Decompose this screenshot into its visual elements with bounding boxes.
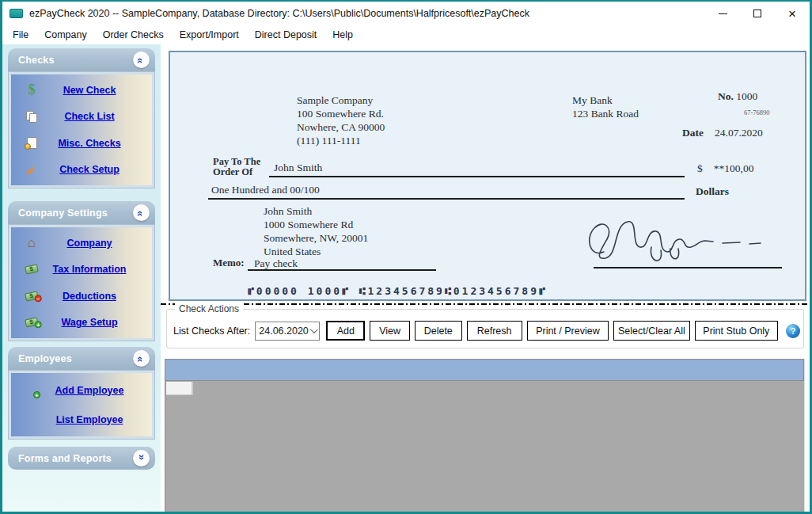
grid-body: [165, 381, 804, 512]
add-person-icon: +: [21, 384, 42, 397]
micr-line: ⑈00000 1000⑈ ⑆123456789⑆0123456789⑈: [248, 285, 548, 297]
title-bar: ezPayCheck 2020 -- SampleCompany, Databa…: [2, 2, 810, 25]
check-number-value: 1000: [736, 90, 757, 102]
check-amount: $**100,00: [697, 162, 753, 175]
collapse-checks-button[interactable]: «: [133, 51, 150, 68]
sidebar-item-wage-setup[interactable]: + Wage Setup: [12, 310, 151, 335]
payee-address-line: John Smith: [264, 204, 368, 218]
wrench-icon: [21, 163, 42, 176]
panel-company-settings-header[interactable]: Company Settings «: [8, 201, 155, 224]
house-icon: ⌂: [21, 236, 42, 249]
menu-order-checks[interactable]: Order Checks: [95, 27, 172, 43]
chevron-up-icon: «: [135, 211, 146, 215]
sidebar-item-company[interactable]: ⌂ Company: [12, 230, 151, 256]
amount-words: One Hundred and 00/100: [211, 184, 320, 196]
collapse-employees-button[interactable]: «: [133, 350, 150, 367]
date-filter-combo[interactable]: 24.06.2020: [255, 322, 320, 341]
menu-company[interactable]: Company: [36, 27, 95, 43]
panel-employees-title: Employees: [8, 353, 72, 364]
signature-scribble: [582, 211, 780, 268]
view-button[interactable]: View: [370, 321, 410, 341]
chevron-down-icon: «: [135, 456, 146, 460]
app-window: ezPayCheck 2020 -- SampleCompany, Databa…: [0, 0, 812, 514]
close-button[interactable]: ×: [775, 2, 810, 25]
cash-plus-icon: +: [21, 318, 42, 326]
menu-help[interactable]: Help: [324, 27, 361, 43]
refresh-button[interactable]: Refresh: [467, 321, 522, 341]
sidebar-item-label[interactable]: List Employee: [42, 414, 137, 425]
chevron-up-icon: «: [135, 356, 146, 360]
check-preview: Sample Company 100 Somewhere Rd. Nowhere…: [169, 51, 806, 301]
panel-forms-reports-header[interactable]: Forms and Reports «: [8, 447, 155, 470]
payee-address-line: 1000 Somewhere Rd: [264, 218, 368, 231]
collapse-company-settings-button[interactable]: «: [133, 204, 150, 221]
date-filter-value: 24.06.2020: [259, 326, 309, 337]
maximize-icon: [753, 10, 761, 17]
maximize-button[interactable]: [740, 2, 775, 25]
sidebar-item-add-employee[interactable]: + Add Employee: [12, 378, 151, 403]
check-actions-row: List Checks After: 24.06.2020 Add View D…: [173, 321, 800, 341]
sidebar-item-label[interactable]: Wage Setup: [42, 317, 137, 328]
delete-button[interactable]: Delete: [415, 321, 462, 341]
sidebar-item-check-setup[interactable]: Check Setup: [12, 157, 151, 182]
grid-row-header-cell[interactable]: [166, 382, 193, 395]
sidebar: Checks « $ New Check Check List Misc. Ch…: [2, 44, 161, 512]
chevron-up-icon: «: [135, 58, 146, 62]
check-company-block: Sample Company 100 Somewhere Rd. Nowhere…: [297, 93, 385, 147]
check-actions-label: Check Actions: [175, 303, 243, 314]
panel-company-settings-body: ⌂ Company Tax Information − Deductions +…: [8, 224, 155, 341]
expand-forms-reports-button[interactable]: «: [133, 450, 150, 466]
sidebar-item-label[interactable]: Company: [42, 238, 137, 249]
add-button[interactable]: Add: [326, 321, 365, 341]
cash-icon: [21, 265, 42, 273]
app-icon: [9, 9, 23, 18]
check-number-label: No.: [718, 90, 734, 102]
menu-bar: File Company Order Checks Export/Import …: [2, 25, 810, 44]
dollars-label: Dollars: [696, 185, 729, 198]
close-icon: ×: [788, 7, 796, 21]
sidebar-item-label[interactable]: Misc. Checks: [42, 138, 137, 149]
check-number: No. 1000: [718, 90, 757, 103]
panel-company-settings: Company Settings « ⌂ Company Tax Informa…: [8, 201, 155, 341]
minimize-button[interactable]: [705, 2, 740, 25]
check-date: Date24.07.2020: [682, 127, 763, 139]
help-icon[interactable]: ?: [786, 324, 800, 338]
sidebar-item-label[interactable]: Deductions: [42, 291, 137, 302]
sidebar-item-tax-information[interactable]: Tax Information: [12, 257, 151, 282]
sidebar-item-label[interactable]: Add Employee: [42, 385, 137, 396]
panel-checks-header[interactable]: Checks «: [8, 48, 155, 71]
panel-checks: Checks « $ New Check Check List Misc. Ch…: [8, 48, 155, 188]
sidebar-item-new-check[interactable]: $ New Check: [12, 78, 151, 103]
check-bank-block: My Bank 123 Bank Road: [572, 93, 639, 120]
print-preview-button[interactable]: Print / Preview: [527, 321, 609, 341]
panel-employees-header[interactable]: Employees «: [8, 347, 155, 370]
print-stub-only-button[interactable]: Print Stub Only: [695, 321, 778, 341]
sidebar-item-deductions[interactable]: − Deductions: [12, 284, 151, 309]
bank-name: My Bank: [572, 93, 639, 107]
memo-value: Pay check: [254, 257, 298, 270]
check-list-grid: [165, 355, 810, 512]
dash-dot-separator: [161, 303, 810, 305]
menu-direct-deposit[interactable]: Direct Deposit: [247, 27, 325, 43]
menu-export-import[interactable]: Export/Import: [172, 27, 247, 43]
chevron-down-icon: [310, 326, 318, 333]
payee-address-line: Somewhere, NW, 20001: [264, 231, 368, 245]
menu-file[interactable]: File: [5, 27, 36, 43]
company-name: Sample Company: [297, 93, 385, 107]
select-clear-all-button[interactable]: Select/Clear All: [613, 321, 690, 341]
panel-checks-title: Checks: [8, 55, 55, 66]
grid-header-row: [165, 359, 804, 381]
list-checks-after-label: List Checks After:: [173, 326, 250, 337]
panel-employees: Employees « + Add Employee List Employee: [8, 347, 155, 440]
payee-name: John Smith: [274, 162, 322, 174]
sidebar-item-label[interactable]: Check List: [42, 111, 137, 122]
sidebar-item-label[interactable]: Tax Information: [42, 264, 137, 275]
window-title: ezPayCheck 2020 -- SampleCompany, Databa…: [29, 8, 529, 19]
panel-forms-reports-title: Forms and Reports: [8, 453, 112, 464]
sidebar-item-misc-checks[interactable]: Misc. Checks: [12, 131, 151, 156]
sidebar-item-check-list[interactable]: Check List: [12, 104, 151, 129]
sidebar-item-label[interactable]: Check Setup: [42, 164, 137, 175]
grid-scroll-strip[interactable]: [804, 359, 810, 512]
sidebar-item-label[interactable]: New Check: [42, 85, 137, 96]
sidebar-item-list-employee[interactable]: List Employee: [12, 407, 151, 432]
